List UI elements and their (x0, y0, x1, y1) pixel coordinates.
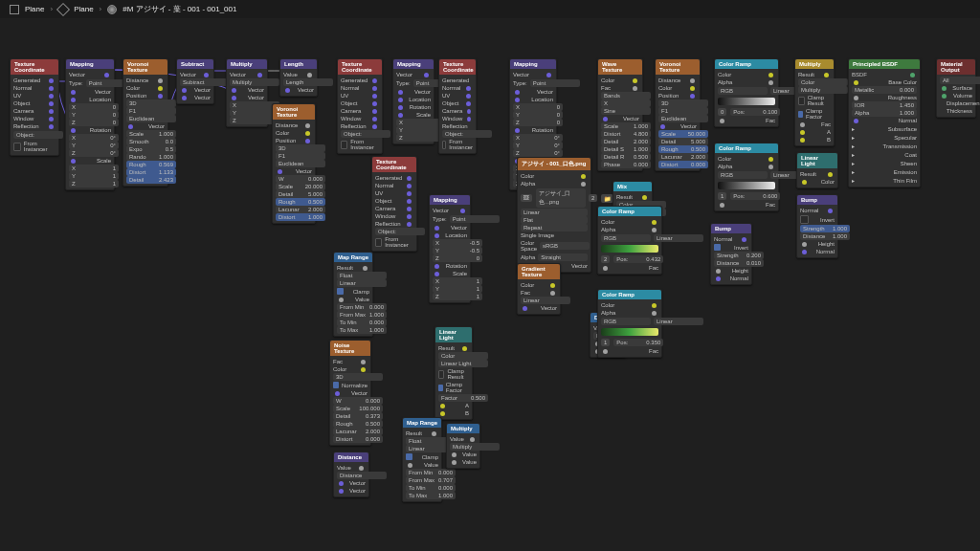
dd[interactable]: Multiply (798, 86, 848, 94)
dd[interactable]: RGB (601, 318, 651, 325)
f[interactable]: To Max1.000 (406, 492, 456, 499)
node-header[interactable]: Color Ramp (598, 290, 661, 299)
node-header[interactable]: Voronoi Texture (123, 59, 167, 75)
f[interactable]: Detail2.000 (601, 138, 651, 145)
from-instancer-checkbox[interactable] (13, 143, 21, 151)
node-header[interactable]: Wave Texture (598, 59, 642, 75)
node-header[interactable]: Mapping (510, 59, 556, 69)
y-field[interactable]: Y0 (69, 111, 119, 119)
smooth-field[interactable]: Smooth0.0 (126, 138, 176, 145)
hl-field[interactable]: Distort1.133 (126, 168, 176, 176)
in[interactable]: Rotation (410, 104, 431, 110)
in[interactable]: Location (445, 232, 467, 238)
node-mapping[interactable]: Mapping Vector Type:Point Vector Locatio… (392, 58, 434, 144)
dd[interactable]: Straight (538, 253, 588, 261)
f[interactable]: Distance0.010 (714, 259, 764, 267)
f[interactable]: To Min0.000 (406, 484, 456, 492)
node-bump[interactable]: Bump Normal Invert Strength1.000 Distanc… (796, 194, 838, 258)
f[interactable]: Strength1.000 (800, 225, 850, 232)
dist-dropdown[interactable]: Euclidean (276, 160, 325, 167)
node-header[interactable]: アジサイ - 001_口色.png (518, 158, 590, 170)
node-linear-light[interactable]: Linear Light Result Color (796, 152, 838, 188)
f[interactable]: Lacunar2.000 (276, 206, 325, 213)
node-voronoi-texture[interactable]: Voronoi Texture Distance Color Position … (655, 58, 701, 171)
node-multiply[interactable]: Multiply Vector Multiply Vector Vector X… (226, 58, 268, 127)
node-voronoi-texture[interactable]: Voronoi Texture Distance Color Position … (272, 103, 316, 224)
y[interactable]: Y-0.5 (433, 247, 482, 254)
y[interactable]: Y0 (513, 111, 563, 119)
dd[interactable]: 3D (333, 373, 383, 381)
node-header[interactable]: Multiply (447, 424, 479, 433)
object-field[interactable]: Object: (375, 228, 425, 235)
pos-field[interactable]: Pos:0.350 (613, 339, 663, 346)
f[interactable]: Scale1.000 (601, 122, 651, 130)
dd[interactable]: Point (530, 79, 580, 87)
node-mapping[interactable]: Mapping Vector Type:Point Vector Locatio… (65, 58, 115, 190)
y-field[interactable]: Y0° (69, 142, 119, 149)
in[interactable]: Location (409, 97, 431, 102)
dd[interactable]: Repeat (521, 224, 588, 231)
z-field[interactable]: Z1 (69, 180, 119, 187)
node-texture-coordinate[interactable]: Texture Coordinate Generated Normal UV O… (337, 58, 383, 154)
panel[interactable]: Specular (894, 135, 917, 141)
dd[interactable]: F1 (658, 107, 708, 115)
mode-dropdown[interactable]: F1 (126, 107, 176, 115)
dd[interactable]: Sine (601, 107, 651, 115)
gradient-widget[interactable] (601, 245, 658, 253)
dd[interactable]: Bands (601, 92, 651, 99)
f[interactable]: Rough0.500 (276, 198, 325, 206)
f[interactable]: Scale50.000 (658, 130, 708, 138)
panel[interactable]: Sheen (901, 161, 917, 166)
x[interactable]: X0° (513, 134, 563, 142)
pos-field[interactable]: Pos:0.600 (730, 192, 780, 200)
f[interactable]: Detail0.373 (333, 412, 383, 420)
f[interactable]: Detail5.000 (276, 190, 325, 198)
x[interactable]: X0 (513, 103, 563, 111)
dd[interactable]: Linear (654, 234, 703, 242)
dd[interactable]: Color (438, 352, 488, 360)
dd[interactable]: Flat (521, 216, 588, 224)
f[interactable]: W0.000 (276, 175, 325, 183)
scale-field[interactable]: Scale1.000 (126, 130, 176, 138)
node-header[interactable]: Subtract (177, 59, 213, 69)
node-header[interactable]: Mapping (66, 59, 114, 69)
z[interactable]: Z0° (513, 149, 563, 157)
alpha-field[interactable]: Alpha1.000 (852, 109, 917, 117)
panel[interactable]: Subsurface (888, 126, 917, 132)
node-texture-coordinate[interactable]: Texture Coordinate Generated Normal UV O… (10, 58, 59, 156)
dd[interactable]: Multiply (450, 443, 500, 451)
x[interactable]: X1 (433, 277, 482, 285)
node-editor-canvas[interactable]: Texture Coordinate Generated Normal UV O… (0, 18, 980, 551)
node-header[interactable]: Distance (334, 452, 368, 462)
in-location[interactable]: Location (89, 97, 111, 102)
op-dropdown[interactable]: Subtract (180, 78, 230, 86)
f[interactable]: Phase0.000 (601, 161, 651, 168)
f[interactable]: From Max0.707 (406, 476, 456, 484)
x[interactable]: X-0.5 (433, 239, 482, 247)
f[interactable]: Distance1.000 (800, 232, 850, 240)
y[interactable]: Y0° (513, 142, 563, 149)
node-header[interactable]: Color Ramp (598, 207, 661, 216)
f[interactable]: Scale100.000 (333, 405, 383, 412)
node-header[interactable]: Texture Coordinate (439, 59, 476, 75)
dd[interactable]: 3D (658, 99, 708, 107)
node-color-ramp[interactable]: Color Ramp Color Alpha RGBLinear 0Pos:0.… (714, 58, 779, 127)
in-b[interactable]: Vector (248, 95, 264, 100)
dd[interactable]: Linear (337, 279, 387, 287)
img-icon[interactable]: 🖼 (521, 194, 532, 202)
object-field[interactable]: Object: (13, 131, 63, 139)
gradient-widget[interactable] (718, 98, 775, 105)
f[interactable]: Distort0.000 (333, 435, 383, 443)
random-field[interactable]: Rando1.000 (126, 153, 176, 161)
dd[interactable]: Euclidean (658, 115, 708, 122)
node-distance[interactable]: Distance Value Distance Vector Vector (333, 452, 369, 497)
node-multiply[interactable]: Multiply Value Multiply Value Value (446, 423, 480, 469)
dd[interactable]: Linear (521, 209, 588, 216)
op-dropdown[interactable]: Multiply (230, 78, 279, 86)
f[interactable]: W0.000 (333, 397, 383, 405)
node-header[interactable]: Linear Light (797, 153, 837, 168)
cb[interactable] (438, 370, 444, 379)
node-header[interactable]: Color Ramp (715, 59, 778, 69)
f[interactable]: Rough0.500 (658, 145, 708, 153)
f[interactable]: Detail S1.000 (601, 145, 651, 153)
